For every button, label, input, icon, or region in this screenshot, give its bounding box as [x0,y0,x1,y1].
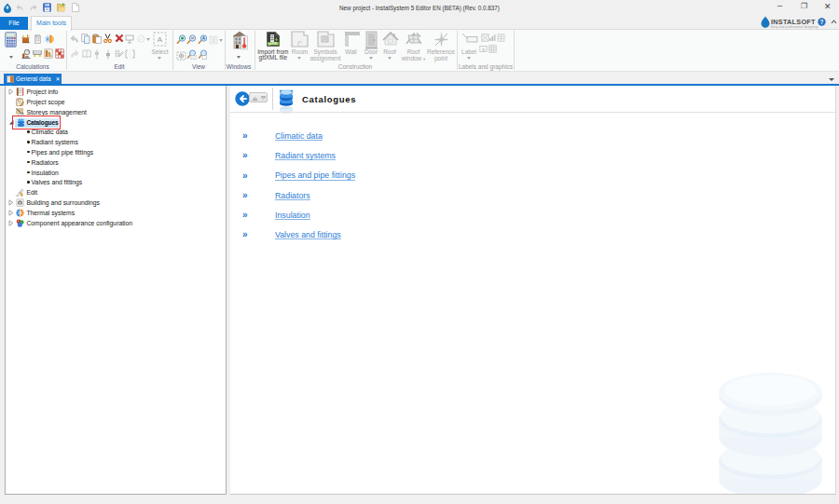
svg-text:gbXML: gbXML [268,41,279,45]
svg-text:?: ? [820,19,824,25]
svg-text:A: A [158,35,163,44]
